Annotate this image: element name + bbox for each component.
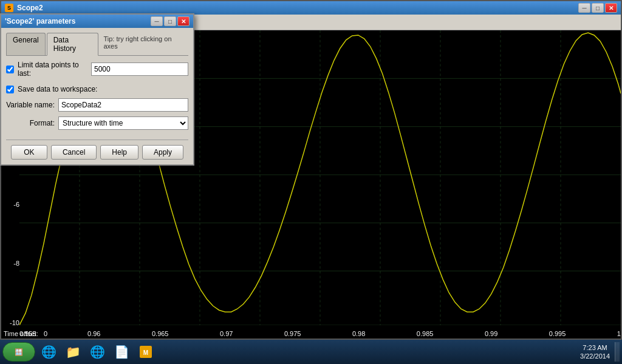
taskbar-right: 7:23 AM 3/22/2014 (580, 342, 620, 362)
variable-name-row: Variable name: (6, 98, 188, 112)
tab-tip: Tip: try right clicking on axes (100, 33, 188, 55)
show-desktop-button[interactable] (615, 342, 620, 362)
scope-icon: S (5, 4, 13, 12)
svg-text:M: M (143, 349, 148, 356)
save-workspace-row: Save data to workspace: (6, 85, 188, 93)
x-label-096: 0.96 (87, 330, 100, 337)
start-icon: 🪟 (15, 348, 23, 356)
tab-data-history[interactable]: Data History (47, 33, 99, 56)
time-offset: Time offset: 0 (4, 330, 47, 337)
x-label-1: 1 (617, 330, 621, 337)
save-workspace-checkbox[interactable] (6, 86, 14, 93)
taskbar-app-matlab[interactable]: M (135, 342, 157, 362)
taskbar-app-ie[interactable]: 🌐 (86, 342, 108, 362)
limit-data-checkbox[interactable] (6, 66, 14, 73)
scope-title: Scope2 (17, 4, 578, 12)
y-label-m10: -10 (2, 319, 19, 326)
apply-button[interactable]: Apply (142, 145, 183, 160)
dialog-title: 'Scope2' parameters (5, 17, 75, 25)
x-label-0975: 0.975 (284, 330, 301, 337)
titlebar-controls: ─ □ ✕ (578, 3, 617, 13)
dialog-buttons: OK Cancel Help Apply (6, 140, 188, 160)
limit-data-input[interactable] (91, 62, 188, 76)
time-offset-value: 0 (44, 330, 47, 337)
dialog-maximize-button[interactable]: □ (164, 16, 176, 26)
limit-data-row: Limit data points to last: (6, 61, 188, 78)
clock-date: 3/22/2014 (580, 352, 610, 360)
x-label-0965: 0.965 (152, 330, 169, 337)
desktop: S Scope2 ─ □ ✕ 📂 💾 🔍 ⊕ ⊖ ⟲ ▶ ⚙ (0, 0, 622, 364)
dialog-close-button[interactable]: ✕ (177, 16, 190, 26)
minimize-button[interactable]: ─ (578, 3, 590, 13)
x-label-098: 0.98 (352, 330, 365, 337)
taskbar-app-browser[interactable]: 🌐 (38, 342, 60, 362)
format-label: Format: (6, 119, 55, 127)
y-label-m8: -8 (2, 260, 19, 267)
format-row: Format: Structure with time Structure Ar… (6, 116, 188, 130)
tab-bar: General Data History Tip: try right clic… (6, 33, 188, 56)
dialog-titlebar: 'Scope2' parameters ─ □ ✕ (1, 15, 193, 28)
x-label-097: 0.97 (220, 330, 233, 337)
variable-name-input[interactable] (58, 98, 188, 112)
tab-general[interactable]: General (6, 33, 46, 55)
x-label-0995: 0.995 (549, 330, 566, 337)
close-button[interactable]: ✕ (605, 3, 617, 13)
parameters-dialog: 'Scope2' parameters ─ □ ✕ General Data H… (0, 13, 194, 166)
taskbar-app-word[interactable]: 📄 (111, 342, 132, 362)
start-button[interactable]: 🪟 (2, 342, 35, 362)
maximize-button[interactable]: □ (592, 3, 604, 13)
clock-time: 7:23 AM (580, 343, 610, 352)
x-label-0985: 0.985 (417, 330, 434, 337)
format-select[interactable]: Structure with time Structure Array (58, 116, 188, 130)
x-axis-labels: 0.955 0.96 0.965 0.97 0.975 0.98 0.985 0… (19, 330, 621, 337)
dialog-minimize-button[interactable]: ─ (151, 16, 163, 26)
save-workspace-label: Save data to workspace: (18, 85, 97, 93)
taskbar-app-explorer[interactable]: 📁 (62, 342, 84, 362)
time-offset-label: Time offset: (4, 330, 38, 337)
dialog-controls: ─ □ ✕ (151, 16, 190, 26)
dialog-content: General Data History Tip: try right clic… (1, 28, 193, 164)
limit-data-label: Limit data points to last: (18, 61, 87, 78)
ok-button[interactable]: OK (11, 145, 47, 160)
x-label-099: 0.99 (485, 330, 497, 337)
help-button[interactable]: Help (100, 145, 138, 160)
clock: 7:23 AM 3/22/2014 (580, 343, 610, 361)
scope-titlebar: S Scope2 ─ □ ✕ (1, 1, 621, 15)
taskbar: 🪟 🌐 📁 🌐 📄 M 7:23 AM 3/22/2014 (0, 340, 622, 364)
cancel-button[interactable]: Cancel (51, 145, 97, 160)
y-label-m6: -6 (2, 201, 19, 208)
variable-name-label: Variable name: (6, 101, 55, 109)
